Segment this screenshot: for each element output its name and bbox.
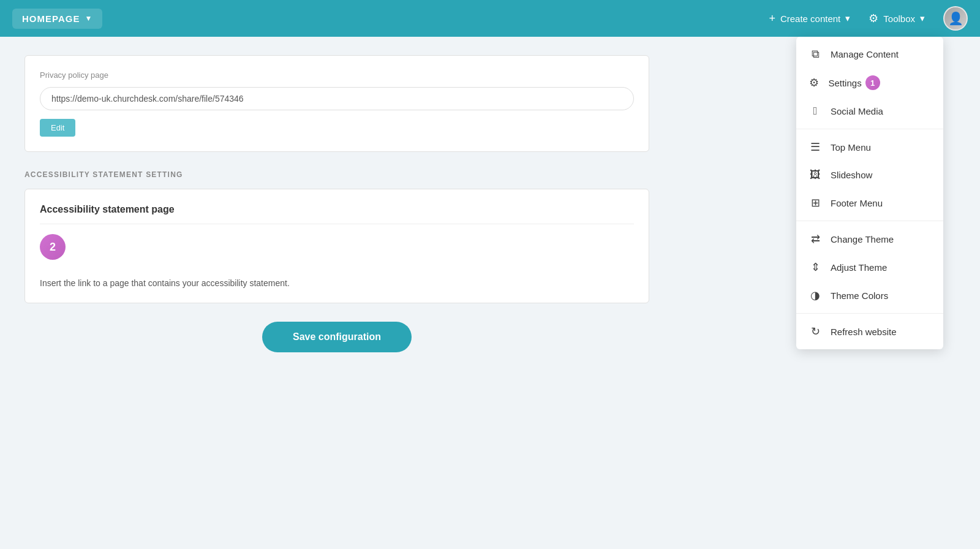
menu-group-refresh: ↻ Refresh website (796, 314, 943, 349)
menu-item-top-menu[interactable]: ☰ Top Menu (796, 133, 943, 161)
menu-item-refresh-website[interactable]: ↻ Refresh website (796, 317, 943, 346)
menu-item-theme-colors[interactable]: ◑ Theme Colors (796, 281, 943, 309)
menu-item-change-theme-label: Change Theme (831, 234, 894, 244)
topbar: HOMEPAGE ▼ + Create content ▾ ⚙ Toolbox … (0, 0, 980, 37)
menu-item-refresh-website-label: Refresh website (831, 327, 897, 337)
accessibility-hint: Insert the link to a page that contains … (40, 278, 634, 288)
footer-menu-icon: ⊞ (809, 196, 822, 210)
menu-item-adjust-theme[interactable]: ⇕ Adjust Theme (796, 253, 943, 281)
menu-group-theme: ⇄ Change Theme ⇕ Adjust Theme ◑ Theme Co… (796, 221, 943, 314)
toolbox-label: Toolbox (883, 13, 915, 24)
toolbox-chevron-icon: ▾ (920, 13, 925, 24)
menu-item-manage-content-label: Manage Content (831, 49, 899, 59)
menu-item-theme-colors-label: Theme Colors (831, 290, 888, 301)
change-theme-icon: ⇄ (809, 232, 822, 246)
menu-item-manage-content[interactable]: ⧉ Manage Content (796, 40, 943, 68)
top-menu-icon: ☰ (809, 140, 822, 154)
menu-item-change-theme[interactable]: ⇄ Change Theme (796, 225, 943, 253)
settings-badge: 1 (865, 75, 880, 90)
social-media-icon:  (809, 105, 822, 118)
save-configuration-button[interactable]: Save configuration (262, 322, 412, 352)
create-content-button[interactable]: + Create content ▾ (769, 12, 850, 25)
privacy-policy-label: Privacy policy page (40, 70, 634, 80)
refresh-icon: ↻ (809, 325, 822, 338)
toolbox-button[interactable]: ⚙ Toolbox ▾ (869, 12, 925, 25)
menu-item-slideshow-label: Slideshow (831, 170, 872, 180)
edit-button[interactable]: Edit (40, 119, 75, 137)
homepage-label: HOMEPAGE (22, 13, 80, 24)
accessibility-card: Accessibility statement page 2 Insert th… (24, 189, 649, 303)
create-chevron-icon: ▾ (845, 13, 850, 24)
avatar[interactable]: 👤 (943, 6, 968, 31)
plus-icon: + (769, 12, 775, 25)
settings-icon: ⚙ (809, 76, 820, 89)
menu-item-top-menu-label: Top Menu (831, 142, 871, 153)
menu-item-social-media-label: Social Media (831, 106, 883, 116)
menu-group-navigation: ☰ Top Menu 🖼 Slideshow ⊞ Footer Menu (796, 129, 943, 221)
chevron-down-icon: ▼ (85, 14, 92, 23)
accessibility-badge: 2 (40, 234, 66, 260)
slideshow-icon: 🖼 (809, 168, 822, 181)
toolbox-dropdown: ⧉ Manage Content ⚙ Settings 1  Social M… (796, 37, 943, 349)
topbar-right: + Create content ▾ ⚙ Toolbox ▾ 👤 (769, 6, 968, 31)
privacy-policy-card: Privacy policy page Edit (24, 55, 649, 152)
accessibility-card-title: Accessibility statement page (40, 204, 634, 224)
menu-item-slideshow[interactable]: 🖼 Slideshow (796, 161, 943, 189)
menu-item-footer-menu-label: Footer Menu (831, 198, 883, 208)
menu-item-adjust-theme-label: Adjust Theme (831, 262, 887, 273)
save-section: Save configuration (24, 322, 649, 352)
user-avatar-image: 👤 (944, 6, 967, 31)
adjust-theme-icon: ⇕ (809, 260, 822, 274)
copy-icon: ⧉ (809, 48, 822, 61)
accessibility-section-heading: ACCESSIBILITY STATEMENT SETTING (24, 170, 649, 179)
homepage-dropdown-button[interactable]: HOMEPAGE ▼ (12, 9, 102, 29)
gear-icon: ⚙ (869, 12, 878, 25)
create-content-label: Create content (780, 13, 840, 24)
menu-item-settings-label: Settings (828, 78, 861, 88)
main-content: Privacy policy page Edit ACCESSIBILITY S… (0, 37, 674, 371)
privacy-url-input[interactable] (40, 87, 634, 110)
menu-item-social-media[interactable]:  Social Media (796, 97, 943, 125)
settings-row: Settings 1 (828, 75, 931, 90)
menu-item-settings[interactable]: ⚙ Settings 1 (796, 68, 943, 97)
menu-group-content: ⧉ Manage Content ⚙ Settings 1  Social M… (796, 37, 943, 129)
topbar-left: HOMEPAGE ▼ (12, 9, 102, 29)
theme-colors-icon: ◑ (809, 289, 822, 302)
menu-item-footer-menu[interactable]: ⊞ Footer Menu (796, 189, 943, 217)
